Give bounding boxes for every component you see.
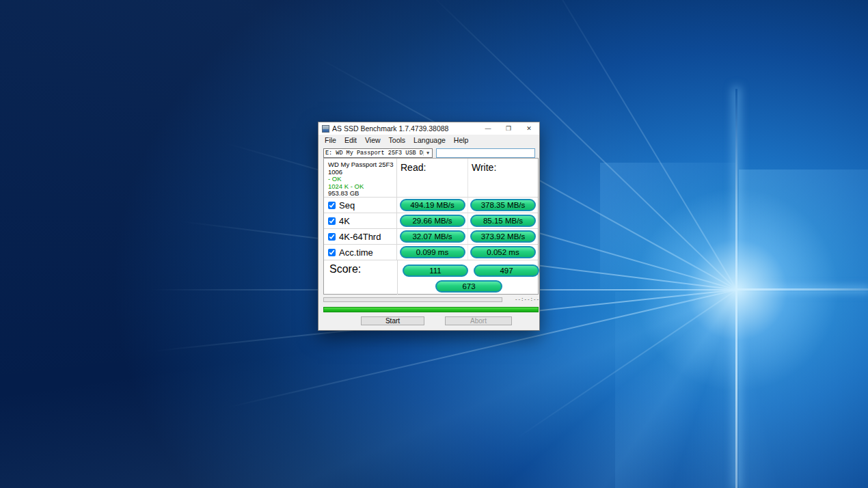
4k64-checkbox[interactable] — [328, 233, 336, 241]
write-column-header: Write: — [468, 159, 538, 197]
window-title: AS SSD Benchmark 1.7.4739.38088 — [332, 124, 448, 133]
4k64-read-result[interactable]: 32.07 MB/s — [400, 230, 465, 243]
drive-controls-row: E: WD My Passport 25F3 USB Device ▼ — [318, 146, 539, 159]
free-text-field[interactable] — [436, 148, 535, 158]
test-row-4k: 4K 29.66 MB/s 85.15 MB/s — [324, 213, 538, 228]
test-row-4k64: 4K-64Thrd 32.07 MB/s 373.92 MB/s — [324, 228, 538, 244]
acctime-write-result[interactable]: 0.052 ms — [470, 246, 536, 258]
minimize-button[interactable]: — — [478, 122, 498, 135]
test-label: 4K — [339, 216, 350, 226]
test-row-acctime: Acc.time 0.099 ms 0.052 ms — [324, 244, 538, 260]
4k64-write-result[interactable]: 373.92 MB/s — [470, 230, 536, 243]
panel-header: WD My Passport 25F3 1006 - OK 1024 K - O… — [324, 159, 538, 197]
4k-read-result[interactable]: 29.66 MB/s — [400, 215, 465, 227]
close-button[interactable]: ✕ — [519, 122, 539, 135]
4k-write-result[interactable]: 85.15 MB/s — [470, 215, 536, 227]
drive-status-1: - OK — [328, 176, 396, 183]
drive-select[interactable]: E: WD My Passport 25F3 USB Device ▼ — [323, 148, 433, 158]
menu-language[interactable]: Language — [409, 135, 450, 145]
acctime-read-result[interactable]: 0.099 ms — [400, 246, 465, 258]
test-row-seq: Seq 494.19 MB/s 378.35 MB/s — [324, 197, 538, 213]
test-label: Acc.time — [339, 247, 373, 258]
maximize-button[interactable]: ❐ — [498, 122, 519, 135]
score-row: Score: 111 497 673 — [324, 260, 538, 295]
drive-name: WD My Passport 25F3 — [328, 161, 396, 169]
seq-read-result[interactable]: 494.19 MB/s — [400, 199, 465, 211]
test-label: 4K-64Thrd — [339, 232, 381, 242]
test-progress-bar — [323, 297, 502, 302]
start-button[interactable]: Start — [361, 316, 424, 325]
menu-file[interactable]: File — [321, 135, 340, 145]
app-icon — [322, 125, 329, 133]
menu-help[interactable]: Help — [450, 135, 473, 145]
score-write[interactable]: 497 — [474, 265, 539, 277]
menu-edit[interactable]: Edit — [340, 135, 361, 145]
drive-select-value: E: WD My Passport 25F3 USB Device — [324, 150, 423, 157]
drive-capacity: 953.83 GB — [328, 190, 396, 198]
menu-bar: File Edit View Tools Language Help — [318, 135, 539, 146]
results-panel: WD My Passport 25F3 1006 - OK 1024 K - O… — [323, 158, 539, 295]
chevron-down-icon: ▼ — [423, 150, 432, 156]
title-bar[interactable]: AS SSD Benchmark 1.7.4739.38088 — ❐ ✕ — [318, 122, 539, 135]
seq-checkbox[interactable] — [328, 202, 336, 209]
as-ssd-benchmark-window: AS SSD Benchmark 1.7.4739.38088 — ❐ ✕ Fi… — [318, 122, 540, 331]
abort-button[interactable]: Abort — [445, 316, 512, 325]
score-read[interactable]: 111 — [403, 265, 468, 277]
test-label: Seq — [339, 200, 355, 211]
4k-checkbox[interactable] — [328, 217, 336, 225]
score-label: Score: — [329, 263, 361, 275]
acctime-checkbox[interactable] — [328, 249, 336, 256]
read-column-header: Read: — [397, 159, 468, 197]
eta-time: --:--:-- — [515, 297, 539, 302]
seq-write-result[interactable]: 378.35 MB/s — [470, 199, 536, 211]
drive-info: WD My Passport 25F3 1006 - OK 1024 K - O… — [324, 159, 397, 197]
score-total[interactable]: 673 — [435, 280, 502, 293]
menu-view[interactable]: View — [361, 135, 385, 145]
light-hub-glow — [634, 187, 839, 392]
menu-tools[interactable]: Tools — [385, 135, 410, 145]
overall-progress-bar — [323, 307, 539, 312]
